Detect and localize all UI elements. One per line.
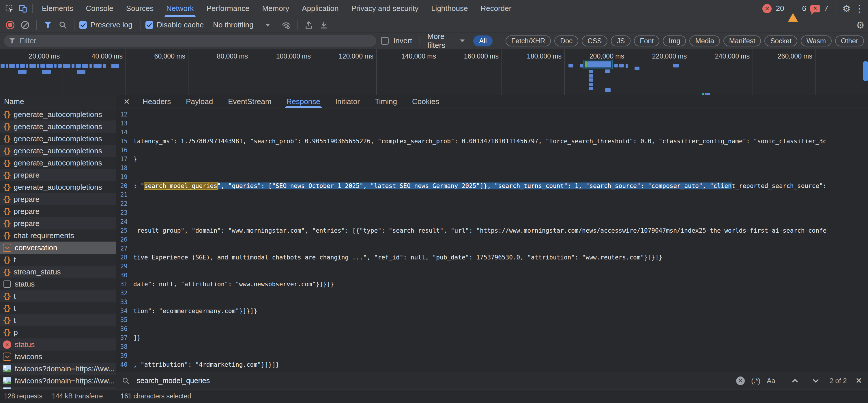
match-case-toggle[interactable]: Aa: [767, 377, 775, 385]
tab-payload[interactable]: Payload: [178, 95, 220, 108]
network-conditions-icon[interactable]: [279, 19, 292, 32]
tab-initiator[interactable]: Initiator: [328, 95, 367, 108]
request-row[interactable]: {}t: [0, 314, 116, 326]
request-row[interactable]: <>conversation: [0, 242, 116, 254]
network-toolbar: Preserve log Disable cache No throttling…: [0, 17, 868, 33]
tab-network[interactable]: Network: [160, 0, 200, 17]
code-line: 18: [116, 164, 868, 173]
import-har-icon[interactable]: [302, 19, 315, 32]
filter-funnel-icon[interactable]: [41, 19, 55, 32]
chip-all[interactable]: All: [473, 35, 493, 46]
request-row[interactable]: {}generate_autocompletions: [0, 133, 116, 145]
close-search-icon[interactable]: ✕: [856, 376, 862, 385]
waterfall-bar: [605, 88, 611, 92]
warning-count[interactable]: 6: [802, 4, 806, 13]
request-row[interactable]: <>favicons: [0, 350, 116, 363]
kebab-menu-icon[interactable]: ⋮: [855, 4, 864, 13]
request-row[interactable]: {}t: [0, 254, 116, 266]
disable-cache-checkbox[interactable]: [146, 21, 153, 29]
timeline-gridline: [314, 49, 314, 95]
chip-media[interactable]: Media: [689, 35, 720, 46]
invert-checkbox[interactable]: [381, 37, 389, 45]
throttling-select[interactable]: No throttling: [213, 21, 253, 29]
issues-icon[interactable]: ✕: [810, 5, 820, 12]
request-row[interactable]: favicons?domain=https://ww...: [0, 363, 116, 375]
request-row[interactable]: favicons?domain=https://ww...: [0, 387, 116, 389]
request-row[interactable]: {}prepare: [0, 169, 116, 181]
request-row[interactable]: {}stream_status: [0, 266, 116, 278]
tab-sources[interactable]: Sources: [120, 0, 160, 17]
more-filters-button[interactable]: More filters: [427, 32, 455, 50]
find-input[interactable]: [136, 376, 730, 385]
tab-response[interactable]: Response: [279, 95, 328, 108]
chip-css[interactable]: CSS: [582, 35, 608, 46]
request-row[interactable]: {}t: [0, 302, 116, 314]
record-network-log-icon[interactable]: [3, 19, 17, 32]
clear-search-icon[interactable]: ✕: [736, 376, 745, 385]
close-details-icon[interactable]: ✕: [118, 97, 135, 106]
match-count: 2 of 2: [829, 377, 847, 385]
tab-console[interactable]: Console: [80, 0, 120, 17]
request-row[interactable]: {}generate_autocompletions: [0, 157, 116, 169]
request-row[interactable]: {}generate_autocompletions: [0, 108, 116, 121]
previous-match-icon[interactable]: [790, 376, 800, 386]
filter-input-wrapper[interactable]: [4, 35, 376, 47]
console-errors-icon[interactable]: ✕: [763, 4, 772, 13]
request-row[interactable]: {}generate_autocompletions: [0, 181, 116, 193]
inspect-element-icon[interactable]: [3, 2, 16, 15]
network-overview-timeline[interactable]: 20,000 ms40,000 ms60,000 ms80,000 ms100,…: [0, 49, 868, 95]
tab-timing[interactable]: Timing: [367, 95, 405, 108]
regex-toggle[interactable]: (.*): [751, 377, 761, 385]
selected-waterfall-bar[interactable]: [583, 60, 613, 69]
next-match-icon[interactable]: [811, 376, 821, 386]
response-code[interactable]: 12131415latency_ms": 1.757807971443981, …: [116, 108, 868, 372]
chip-js[interactable]: JS: [611, 35, 630, 46]
request-row[interactable]: {}prepare: [0, 205, 116, 217]
network-settings-gear-icon[interactable]: ⚙: [856, 21, 865, 30]
tab-eventstream[interactable]: EventStream: [220, 95, 279, 108]
tab-elements[interactable]: Elements: [35, 0, 80, 17]
tab-privacy-and-security[interactable]: Privacy and security: [345, 0, 425, 17]
issues-count[interactable]: 7: [824, 4, 828, 13]
tab-memory[interactable]: Memory: [256, 0, 296, 17]
chip-socket[interactable]: Socket: [765, 35, 797, 46]
request-row[interactable]: {}chat-requirements: [0, 230, 116, 242]
preserve-log-checkbox[interactable]: [79, 21, 87, 29]
chip-font[interactable]: Font: [634, 35, 659, 46]
chip-manifest[interactable]: Manifest: [723, 35, 761, 46]
search-icon[interactable]: [56, 19, 69, 32]
request-row[interactable]: {}generate_autocompletions: [0, 145, 116, 157]
name-column-header[interactable]: Name: [0, 95, 116, 108]
settings-gear-icon[interactable]: ⚙: [842, 4, 851, 13]
tab-cookies[interactable]: Cookies: [405, 95, 447, 108]
chevron-down-icon[interactable]: [460, 39, 465, 42]
request-row[interactable]: {}p: [0, 326, 116, 338]
chip-doc[interactable]: Doc: [554, 35, 578, 46]
line-number: 39: [116, 351, 133, 360]
request-row[interactable]: {}prepare: [0, 217, 116, 230]
tab-recorder[interactable]: Recorder: [474, 0, 518, 17]
tab-performance[interactable]: Performance: [200, 0, 256, 17]
chip-fetch-xhr[interactable]: Fetch/XHR: [505, 35, 551, 46]
tab-headers[interactable]: Headers: [135, 95, 178, 108]
request-row[interactable]: {}generate_autocompletions: [0, 121, 116, 133]
request-row[interactable]: status: [0, 278, 116, 290]
error-count[interactable]: 20: [776, 4, 784, 13]
console-warnings-icon[interactable]: !: [788, 4, 798, 13]
request-row[interactable]: {}t: [0, 290, 116, 302]
request-row[interactable]: {}prepare: [0, 193, 116, 205]
chevron-down-icon[interactable]: [266, 24, 270, 27]
selection-status: 161 characters selected: [121, 392, 191, 400]
chip-other[interactable]: Other: [835, 35, 864, 46]
request-row[interactable]: ✕status: [0, 338, 116, 350]
clear-network-log-icon[interactable]: [19, 19, 32, 32]
device-toolbar-icon[interactable]: [16, 2, 29, 15]
tab-lighthouse[interactable]: Lighthouse: [425, 0, 474, 17]
tab-application[interactable]: Application: [296, 0, 345, 17]
timeline-scroll-handle[interactable]: [863, 61, 868, 81]
filter-input[interactable]: [19, 36, 371, 45]
export-har-icon[interactable]: [317, 19, 331, 32]
chip-wasm[interactable]: Wasm: [801, 35, 832, 46]
request-row[interactable]: favicons?domain=https://ww...: [0, 375, 116, 387]
chip-img[interactable]: Img: [663, 35, 686, 46]
